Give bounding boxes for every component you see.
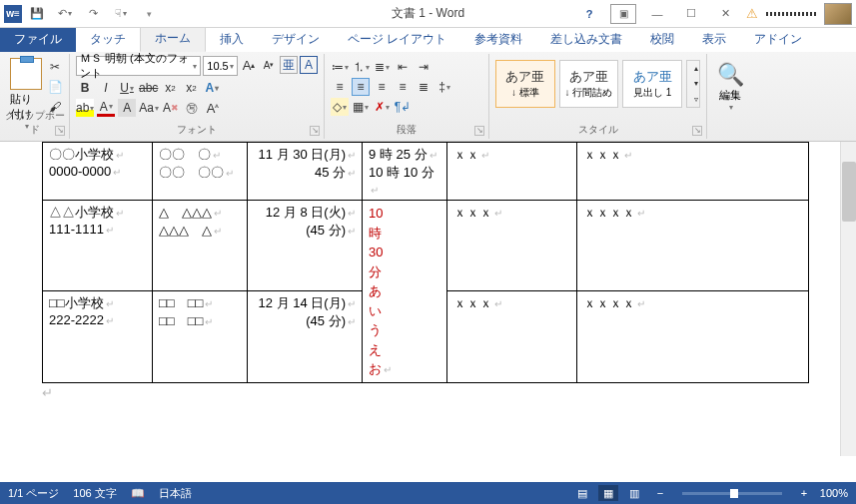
align-left-button[interactable]: ≡ <box>331 78 349 96</box>
tab-view[interactable]: 表示 <box>688 27 740 52</box>
title-bar: w≡ 💾 ↶▾ ↷ ☟▾ ▾ 文書 1 - Word ? ▣ — ☐ ✕ ⚠ <box>0 0 856 28</box>
zoom-level[interactable]: 100% <box>820 487 848 499</box>
copy-button[interactable]: 📄 <box>46 78 64 96</box>
clear-format-button[interactable]: A✖ <box>162 99 180 117</box>
ribbon-tabs: ファイル タッチ ホーム 挿入 デザイン ページ レイアウト 参考資料 差し込み… <box>0 28 856 52</box>
text-effects-button[interactable]: A▾ <box>203 79 221 97</box>
tab-mailings[interactable]: 差し込み文書 <box>536 27 636 52</box>
strike-button[interactable]: abc <box>139 79 158 97</box>
window-title: 文書 1 - Word <box>392 5 464 22</box>
dialog-launcher-icon[interactable]: ↘ <box>55 126 65 136</box>
superscript-button[interactable]: x2 <box>182 79 200 97</box>
page-indicator[interactable]: 1/1 ページ <box>8 486 59 501</box>
dialog-launcher-icon[interactable]: ↘ <box>474 126 484 136</box>
style-heading1[interactable]: あア亜 見出し 1 <box>622 60 682 108</box>
bold-button[interactable]: B <box>76 79 94 97</box>
group-label: スタイル <box>489 123 706 137</box>
align-right-button[interactable]: ≡ <box>373 78 391 96</box>
table-row: 〇〇小学校↵0000-0000↵ 〇〇 〇↵〇〇 〇〇↵ 11 月 30 日(月… <box>43 143 809 201</box>
line-spacing-button[interactable]: ‡▾ <box>435 78 453 96</box>
word-count[interactable]: 106 文字 <box>73 486 116 501</box>
zoom-slider[interactable] <box>682 492 782 495</box>
print-layout-button[interactable]: ▦ <box>598 485 618 501</box>
tab-references[interactable]: 参考資料 <box>460 27 536 52</box>
tab-design[interactable]: デザイン <box>258 27 334 52</box>
account-redacted <box>766 12 816 16</box>
style-normal[interactable]: あア亜 ↓ 標準 <box>495 60 555 108</box>
maximize-button[interactable]: ☐ <box>678 4 704 24</box>
group-editing: 🔍 編集 ▾ <box>707 54 753 139</box>
tab-insert[interactable]: 挿入 <box>206 27 258 52</box>
dialog-launcher-icon[interactable]: ↘ <box>692 126 702 136</box>
indent-dec-button[interactable]: ⇤ <box>394 58 412 76</box>
shading-button[interactable]: ◇▾ <box>331 98 349 116</box>
indent-inc-button[interactable]: ⇥ <box>415 58 432 76</box>
dialog-launcher-icon[interactable]: ↘ <box>310 126 320 136</box>
distribute-button[interactable]: ≣ <box>415 78 432 96</box>
user-avatar[interactable] <box>824 3 852 25</box>
read-mode-button[interactable]: ▤ <box>572 485 592 501</box>
paragraph-mark: ↵ <box>42 385 814 401</box>
tab-touch[interactable]: タッチ <box>76 27 140 52</box>
font-color-button[interactable]: A▾ <box>97 99 115 117</box>
tab-file[interactable]: ファイル <box>0 27 76 52</box>
show-marks-button[interactable]: ¶↲ <box>394 98 412 116</box>
cut-button[interactable]: ✂ <box>46 58 64 76</box>
bullets-button[interactable]: ≔▾ <box>331 58 349 76</box>
sort-button[interactable]: ✗▾ <box>373 98 391 116</box>
enclose-button[interactable]: ㊢ <box>183 99 201 117</box>
minimize-button[interactable]: — <box>644 4 670 24</box>
underline-button[interactable]: U▾ <box>118 79 136 97</box>
proofing-icon[interactable]: 📖 <box>131 487 145 500</box>
save-button[interactable]: 💾 <box>24 4 50 24</box>
warning-icon: ⚠ <box>746 6 758 21</box>
subscript-button[interactable]: x2 <box>161 79 179 97</box>
undo-button[interactable]: ↶▾ <box>52 4 78 24</box>
phonetic-button[interactable]: 亜 <box>280 56 298 74</box>
web-layout-button[interactable]: ▥ <box>624 485 644 501</box>
char-border-button[interactable]: A <box>300 56 318 74</box>
paste-icon <box>10 58 42 90</box>
close-button[interactable]: ✕ <box>712 4 738 24</box>
group-paragraph: ≔▾ ⒈▾ ≣▾ ⇤ ⇥ ≡ ≡ ≡ ≡ ≣ ‡▾ ◇▾ ▦▾ ✗▾ ¶↲ 段落… <box>325 54 489 139</box>
qat-customize[interactable]: ▾ <box>136 4 162 24</box>
styles-more[interactable]: ▿ <box>687 92 705 107</box>
group-font: ＭＳ 明朝 (本文のフォント▾ 10.5▾ A▴ A▾ 亜 A B I U▾ a… <box>70 54 325 139</box>
borders-button[interactable]: ▦▾ <box>352 98 370 116</box>
zoom-in-button[interactable]: + <box>794 485 814 501</box>
touch-mode-button[interactable]: ☟▾ <box>108 4 134 24</box>
shrink-font-button[interactable]: A▾ <box>260 56 278 74</box>
multilevel-button[interactable]: ≣▾ <box>373 58 391 76</box>
vertical-scrollbar[interactable] <box>840 142 856 456</box>
font-name-select[interactable]: ＭＳ 明朝 (本文のフォント▾ <box>76 56 201 76</box>
grow-font-button[interactable]: A▴ <box>240 56 258 74</box>
tab-layout[interactable]: ページ レイアウト <box>334 27 460 52</box>
align-center-button[interactable]: ≡ <box>352 78 370 96</box>
find-button[interactable]: 🔍 編集 ▾ <box>713 56 747 112</box>
justify-button[interactable]: ≡ <box>394 78 412 96</box>
language-indicator[interactable]: 日本語 <box>159 486 192 501</box>
document-area: 〇〇小学校↵0000-0000↵ 〇〇 〇↵〇〇 〇〇↵ 11 月 30 日(月… <box>0 142 856 456</box>
ribbon-display-button[interactable]: ▣ <box>610 4 636 24</box>
document-table[interactable]: 〇〇小学校↵0000-0000↵ 〇〇 〇↵〇〇 〇〇↵ 11 月 30 日(月… <box>42 142 809 383</box>
change-case-button[interactable]: Aa▾ <box>139 99 159 117</box>
word-app-icon: w≡ <box>4 5 22 23</box>
scrollbar-thumb[interactable] <box>842 162 856 222</box>
font-size-select[interactable]: 10.5▾ <box>203 56 238 76</box>
tab-home[interactable]: ホーム <box>140 25 206 52</box>
char-shading-button[interactable]: A <box>118 99 136 117</box>
numbering-button[interactable]: ⒈▾ <box>352 58 370 76</box>
tab-review[interactable]: 校閲 <box>636 27 688 52</box>
table-row: △△小学校↵111-1111↵ △ △△△↵△△△ △↵ 12 月 8 日(火)… <box>43 201 809 291</box>
redo-button[interactable]: ↷ <box>80 4 106 24</box>
styles-down[interactable]: ▾ <box>687 76 705 91</box>
char-width-button[interactable]: Aᴬ <box>204 99 222 117</box>
zoom-out-button[interactable]: − <box>650 485 670 501</box>
tab-addins[interactable]: アドイン <box>740 27 816 52</box>
italic-button[interactable]: I <box>97 79 115 97</box>
styles-up[interactable]: ▴ <box>687 61 705 76</box>
highlight-button[interactable]: ab▾ <box>76 99 94 117</box>
style-nospacing[interactable]: あア亜 ↓ 行間詰め <box>559 60 619 108</box>
status-bar: 1/1 ページ 106 文字 📖 日本語 ▤ ▦ ▥ − + 100% <box>0 482 856 504</box>
help-button[interactable]: ? <box>576 4 602 24</box>
